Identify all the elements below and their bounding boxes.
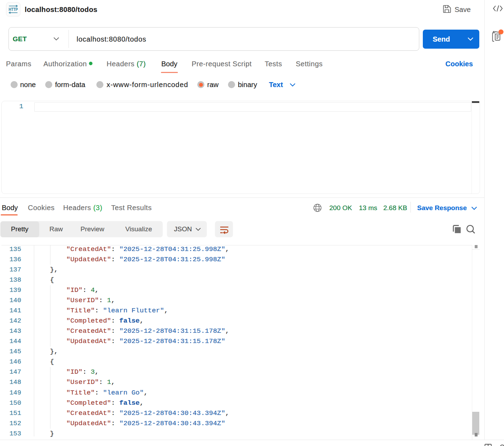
svg-text:HTTP: HTTP: [9, 7, 18, 12]
